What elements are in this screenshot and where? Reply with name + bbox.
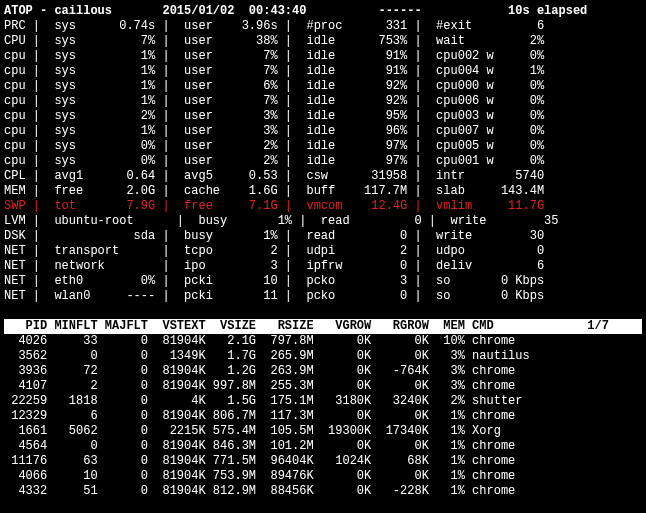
- process-row: 4066 10 0 81904K 753.9M 89476K 0K 0K 1% …: [4, 469, 642, 484]
- header-line: ATOP - caillous 2015/01/02 00:43:40 ----…: [4, 4, 642, 19]
- sys-line-mem-11: MEM | free 2.0G | cache 1.6G | buff 117.…: [4, 184, 642, 199]
- sys-line-cpu-4: cpu | sys 1% | user 6% | idle 92% | cpu0…: [4, 79, 642, 94]
- sys-line-cpu-8: cpu | sys 0% | user 2% | idle 97% | cpu0…: [4, 139, 642, 154]
- process-row: 11176 63 0 81904K 771.5M 96404K 1024K 68…: [4, 454, 642, 469]
- sys-line-net-15: NET | transport | tcpo 2 | udpi 2 | udpo…: [4, 244, 642, 259]
- process-row: 4332 51 0 81904K 812.9M 88456K 0K -228K …: [4, 484, 642, 499]
- process-row: 22259 1818 0 4K 1.5G 175.1M 3180K 3240K …: [4, 394, 642, 409]
- sys-line-cpu-6: cpu | sys 2% | user 3% | idle 95% | cpu0…: [4, 109, 642, 124]
- sys-line-net-17: NET | eth0 0% | pcki 10 | pcko 3 | so 0 …: [4, 274, 642, 289]
- sys-line-net-16: NET | network | ipo 3 | ipfrw 0 | deliv …: [4, 259, 642, 274]
- process-row: 3562 0 0 1349K 1.7G 265.9M 0K 0K 3% naut…: [4, 349, 642, 364]
- atop-terminal: ATOP - caillous 2015/01/02 00:43:40 ----…: [4, 4, 642, 499]
- sys-line-lvm-13: LVM | ubuntu-root | busy 1% | read 0 | w…: [4, 214, 642, 229]
- sys-line-cpl-10: CPL | avg1 0.64 | avg5 0.53 | csw 31958 …: [4, 169, 642, 184]
- process-header: PID MINFLT MAJFLT VSTEXT VSIZE RSIZE VGR…: [4, 319, 642, 334]
- process-row: 1661 5062 0 2215K 575.4M 105.5M 19300K 1…: [4, 424, 642, 439]
- sys-line-cpu-7: cpu | sys 1% | user 3% | idle 96% | cpu0…: [4, 124, 642, 139]
- sys-line-cpu-5: cpu | sys 1% | user 7% | idle 92% | cpu0…: [4, 94, 642, 109]
- sys-line-cpu-9: cpu | sys 0% | user 2% | idle 97% | cpu0…: [4, 154, 642, 169]
- sys-line-net-18: NET | wlan0 ---- | pcki 11 | pcko 0 | so…: [4, 289, 642, 304]
- sys-line-cpu-2: cpu | sys 1% | user 7% | idle 91% | cpu0…: [4, 49, 642, 64]
- sys-line-prc-0: PRC | sys 0.74s | user 3.96s | #proc 331…: [4, 19, 642, 34]
- process-row: 4026 33 0 81904K 2.1G 797.8M 0K 0K 10% c…: [4, 334, 642, 349]
- process-row: 12329 6 0 81904K 806.7M 117.3M 0K 0K 1% …: [4, 409, 642, 424]
- process-row: 3936 72 0 81904K 1.2G 263.9M 0K -764K 3%…: [4, 364, 642, 379]
- process-row: 4564 0 0 81904K 846.3M 101.2M 0K 0K 1% c…: [4, 439, 642, 454]
- sys-line-swp-12: SWP | tot 7.9G | free 7.1G | vmcom 12.4G…: [4, 199, 642, 214]
- process-row: 4107 2 0 81904K 997.8M 255.3M 0K 0K 3% c…: [4, 379, 642, 394]
- sys-line-cpu-1: CPU | sys 7% | user 38% | idle 753% | wa…: [4, 34, 642, 49]
- sys-line-dsk-14: DSK | sda | busy 1% | read 0 | write 30: [4, 229, 642, 244]
- sys-line-cpu-3: cpu | sys 1% | user 7% | idle 91% | cpu0…: [4, 64, 642, 79]
